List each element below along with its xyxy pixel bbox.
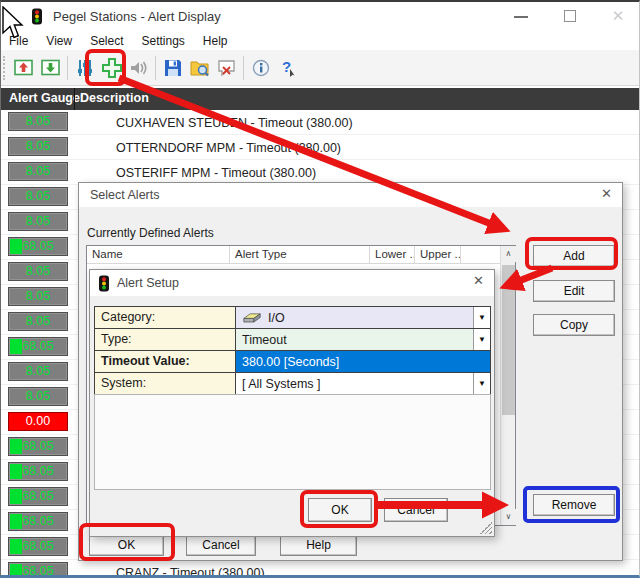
scroll-up-icon[interactable]: ∧ — [501, 246, 516, 262]
toolbar-separator — [67, 56, 68, 80]
chevron-down-icon[interactable]: ▼ — [473, 373, 490, 394]
gauge-fill-bar — [10, 514, 22, 529]
timeout-value-field[interactable]: 380.00 [Seconds] — [236, 351, 490, 372]
select-alerts-help-button[interactable]: Help — [280, 534, 357, 556]
window-up-button[interactable] — [10, 54, 37, 82]
gauge-value: 68.05 — [22, 539, 53, 553]
toolbar: ? — [1, 50, 639, 86]
gauge-value-box: 8.05 — [8, 262, 68, 281]
column-header-alert-gauge[interactable]: Alert Gauge: — [9, 91, 84, 105]
category-select[interactable]: I/O ▼ — [236, 307, 490, 328]
select-alerts-ok-button[interactable]: OK — [89, 534, 164, 556]
gauge-value: 68.05 — [22, 339, 53, 353]
type-value: Timeout — [242, 333, 287, 347]
timeout-value: 380.00 [Seconds] — [242, 355, 339, 369]
gauge-fill-bar — [10, 239, 22, 254]
scroll-down-icon[interactable]: ∨ — [501, 509, 516, 525]
gauge-value: 8.05 — [26, 214, 50, 228]
resize-grip[interactable] — [480, 522, 492, 534]
table-row[interactable]: 8.05 CUXHAVEN STEUBEN - Timeout (380.00) — [1, 110, 639, 135]
gauge-value-box: 68.05 — [8, 512, 68, 531]
list-column-upper[interactable]: Upper ... — [415, 246, 461, 263]
timeout-row: Timeout Value: 380.00 [Seconds] — [95, 351, 490, 372]
close-button[interactable]: ✕ — [601, 2, 635, 30]
minimize-button[interactable] — [504, 2, 538, 30]
traffic-light-app-icon — [98, 275, 110, 296]
gauge-value-box: 68.05 — [8, 437, 68, 456]
type-select[interactable]: Timeout ▼ — [236, 329, 490, 350]
browse-alerts-button[interactable] — [186, 54, 213, 82]
gauge-value: 8.05 — [26, 389, 50, 403]
chevron-down-icon[interactable]: ▼ — [473, 329, 490, 350]
table-row[interactable]: 68.05 CRANZ - Timeout (380.00) — [1, 560, 639, 578]
currently-defined-alerts-label: Currently Defined Alerts — [87, 226, 214, 240]
window-title: Pegel Stations - Alert Display — [53, 9, 221, 24]
select-alerts-title-bar: Select Alerts ✕ — [79, 183, 622, 207]
alert-setup-grid: Category: I/O ▼ Type: Timeou — [94, 306, 491, 395]
maximize-button[interactable] — [553, 2, 587, 30]
menu-item[interactable]: View — [37, 32, 81, 50]
gauge-value-box: 8.05 — [8, 387, 68, 406]
sound-button[interactable] — [125, 54, 152, 82]
alert-description: CUXHAVEN STEUBEN - Timeout (380.00) — [116, 116, 353, 130]
menu-item[interactable]: Select — [81, 32, 132, 50]
gauge-value-box: 8.05 — [8, 312, 68, 331]
close-icon[interactable]: ✕ — [473, 273, 484, 288]
speaker-icon — [128, 58, 150, 78]
list-column-lower[interactable]: Lower ... — [370, 246, 415, 263]
alert-description: OTTERNDORF MPM - Timeout (380.00) — [116, 141, 341, 155]
menu-item[interactable]: Settings — [133, 32, 194, 50]
title-bar: Pegel Stations - Alert Display ✕ — [1, 2, 639, 32]
column-header-description[interactable]: Description — [80, 91, 149, 105]
filter-settings-button[interactable] — [71, 54, 98, 82]
gauge-value: 8.05 — [26, 164, 50, 178]
alert-setup-title-bar: Alert Setup ✕ — [90, 270, 494, 296]
scrollbar-thumb[interactable] — [502, 265, 515, 415]
gauge-value-box: 8.05 — [8, 287, 68, 306]
description-cell: CRANZ - Timeout (380.00) — [87, 560, 265, 578]
window-down-button[interactable] — [37, 54, 64, 82]
column-separator[interactable] — [74, 88, 75, 110]
add-button[interactable]: Add — [533, 245, 615, 267]
type-row: Type: Timeout ▼ — [95, 329, 490, 350]
gauge-value: 68.05 — [22, 564, 53, 578]
alert-setup-ok-button[interactable]: OK — [308, 498, 372, 522]
toolbar-separator — [243, 56, 244, 80]
save-button[interactable] — [159, 54, 186, 82]
dismiss-alert-button[interactable] — [213, 54, 240, 82]
menu-item[interactable]: File — [1, 32, 37, 50]
type-label: Type: — [95, 329, 236, 350]
edit-button[interactable]: Edit — [533, 280, 615, 302]
close-icon[interactable]: ✕ — [601, 186, 612, 201]
add-alert-button[interactable] — [98, 54, 125, 82]
list-column-name[interactable]: Name — [87, 246, 230, 263]
list-scrollbar[interactable]: ∧ ∨ — [500, 246, 515, 525]
timeout-label: Timeout Value: — [95, 351, 236, 372]
context-help-button[interactable]: ? — [274, 54, 301, 82]
select-alerts-cancel-button[interactable]: Cancel — [186, 534, 256, 556]
toolbar-grip[interactable] — [3, 56, 7, 80]
folder-search-icon — [189, 58, 211, 78]
gauge-value-box: 8.05 — [8, 212, 68, 231]
gauge-fill-bar — [10, 439, 22, 454]
copy-button[interactable]: Copy — [533, 314, 615, 336]
gauge-value: 8.05 — [26, 289, 50, 303]
gauge-value: 8.05 — [26, 114, 50, 128]
gauge-value-box: 68.05 — [8, 337, 68, 356]
alert-setup-cancel-button[interactable]: Cancel — [384, 498, 448, 522]
gauge-value-box: 0.00 — [8, 412, 68, 431]
app-window: Pegel Stations - Alert Display ✕ FileVie… — [0, 0, 640, 578]
chevron-down-icon[interactable]: ▼ — [473, 307, 490, 328]
system-select[interactable]: [ All Systems ] ▼ — [236, 373, 490, 394]
info-button[interactable] — [247, 54, 274, 82]
list-column-alert-type[interactable]: Alert Type — [230, 246, 370, 263]
table-row[interactable]: 8.05 OTTERNDORF MPM - Timeout (380.00) — [1, 135, 639, 160]
gauge-value-box: 8.05 — [8, 187, 68, 206]
window-down-icon — [40, 58, 62, 78]
remove-button[interactable]: Remove — [533, 494, 615, 516]
svg-text:?: ? — [282, 58, 291, 75]
gauge-value-box: 68.05 — [8, 562, 68, 578]
system-row: System: [ All Systems ] ▼ — [95, 373, 490, 394]
category-value: I/O — [268, 311, 285, 325]
menu-item[interactable]: Help — [194, 32, 237, 50]
